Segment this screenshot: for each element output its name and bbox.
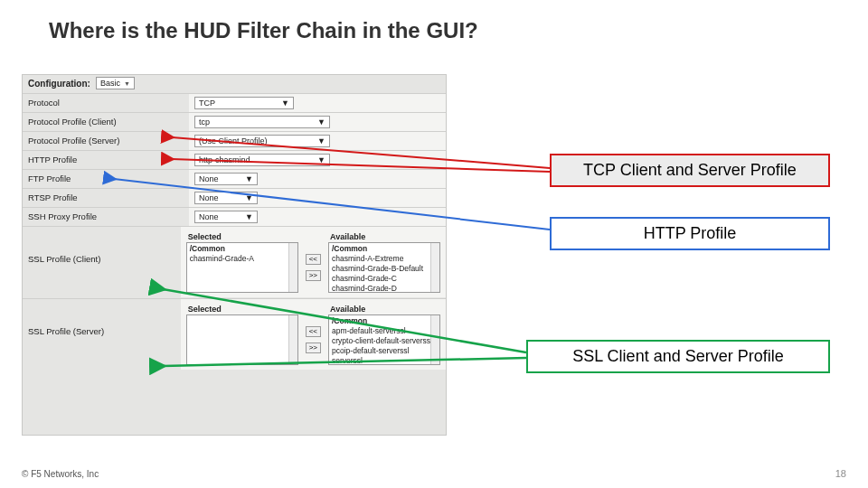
list-item[interactable]: chasmind-Grade-B-Default xyxy=(332,264,437,274)
annot-http: HTTP Profile xyxy=(550,217,830,250)
ssl-client-label: SSL Profile (Client) xyxy=(23,227,181,267)
page-title: Where is the HUD Filter Chain in the GUI… xyxy=(49,18,478,43)
pp-server-select[interactable]: (Use Client Profile)▼ xyxy=(194,135,330,147)
protocol-value: TCP xyxy=(199,99,215,108)
list-item[interactable]: chasmind-Grade-D xyxy=(332,284,437,293)
rtsp-value: None xyxy=(199,193,219,202)
ssh-value: None xyxy=(199,212,219,221)
chevron-down-icon: ▼ xyxy=(317,155,326,164)
page-number: 18 xyxy=(835,468,846,479)
chevron-down-icon: ▼ xyxy=(245,193,253,202)
move-left-button[interactable]: << xyxy=(306,326,321,337)
common-header: /Common xyxy=(332,244,437,254)
list-item[interactable]: chasmind-Grade-C xyxy=(332,274,437,284)
selected-header: Selected xyxy=(186,304,298,314)
chevron-down-icon: ▼ xyxy=(317,136,326,145)
ssl-server-label: SSL Profile (Server) xyxy=(23,299,181,340)
move-right-button[interactable]: >> xyxy=(306,343,321,353)
move-right-button[interactable]: >> xyxy=(306,270,321,281)
protocol-label: Protocol xyxy=(23,94,189,111)
list-item[interactable]: crypto-client-default-serverssl xyxy=(332,336,437,346)
chevron-down-icon: ▼ xyxy=(281,99,289,108)
scrollbar[interactable] xyxy=(430,243,439,292)
list-item[interactable]: chasmind-A-Extreme xyxy=(332,254,437,264)
available-header: Available xyxy=(328,231,440,242)
ftp-select[interactable]: None▼ xyxy=(194,173,258,185)
list-item[interactable]: chasmind-Grade-A xyxy=(190,254,295,264)
ssh-label: SSH Proxy Profile xyxy=(23,208,189,225)
chevron-down-icon: ▼ xyxy=(245,212,253,221)
rtsp-label: RTSP Profile xyxy=(23,189,189,206)
ssl-client-available-list[interactable]: /Common chasmind-A-Extreme chasmind-Grad… xyxy=(328,242,440,293)
annot-ssl: SSL Client and Server Profile xyxy=(526,340,830,373)
ftp-value: None xyxy=(199,174,219,183)
list-item[interactable]: pcoip-default-serverssl xyxy=(332,346,437,356)
pp-server-label: Protocol Profile (Server) xyxy=(23,132,189,149)
available-header: Available xyxy=(328,304,440,314)
common-header: /Common xyxy=(332,316,437,326)
ssh-select[interactable]: None▼ xyxy=(194,211,258,223)
scrollbar[interactable] xyxy=(288,243,297,292)
move-left-button[interactable]: << xyxy=(306,254,321,265)
list-item[interactable]: serverssl xyxy=(332,356,437,365)
chevron-down-icon: ▼ xyxy=(317,117,326,127)
protocol-select[interactable]: TCP▼ xyxy=(194,97,294,109)
scrollbar[interactable] xyxy=(288,315,297,364)
config-value: Basic xyxy=(100,79,120,88)
chevron-down-icon: ▼ xyxy=(124,80,130,87)
config-label: Configuration: xyxy=(28,79,90,89)
footer-copyright: © F5 Networks, Inc xyxy=(22,469,99,479)
list-item[interactable]: apm-default-serverssl xyxy=(332,326,437,336)
pp-client-select[interactable]: tcp▼ xyxy=(194,116,330,128)
ftp-label: FTP Profile xyxy=(23,170,189,187)
ssl-server-available-list[interactable]: /Common apm-default-serverssl crypto-cli… xyxy=(328,314,440,365)
annot-tcp: TCP Client and Server Profile xyxy=(550,154,830,187)
pp-server-value: (Use Client Profile) xyxy=(199,136,268,145)
pp-client-value: tcp xyxy=(199,117,210,127)
common-header: /Common xyxy=(190,244,295,254)
http-label: HTTP Profile xyxy=(23,151,189,168)
chevron-down-icon: ▼ xyxy=(245,174,253,183)
pp-client-label: Protocol Profile (Client) xyxy=(23,113,189,130)
ssl-client-selected-list[interactable]: /Common chasmind-Grade-A xyxy=(186,242,298,293)
ssl-server-selected-list[interactable] xyxy=(186,314,298,365)
rtsp-select[interactable]: None▼ xyxy=(194,192,258,204)
selected-header: Selected xyxy=(186,231,298,242)
scrollbar[interactable] xyxy=(430,315,439,364)
http-value: http-chasmind xyxy=(199,155,250,164)
http-select[interactable]: http-chasmind▼ xyxy=(194,154,330,166)
config-select[interactable]: Basic ▼ xyxy=(96,77,135,89)
config-panel: Configuration: Basic ▼ ProtocolTCP▼ Prot… xyxy=(22,74,447,436)
